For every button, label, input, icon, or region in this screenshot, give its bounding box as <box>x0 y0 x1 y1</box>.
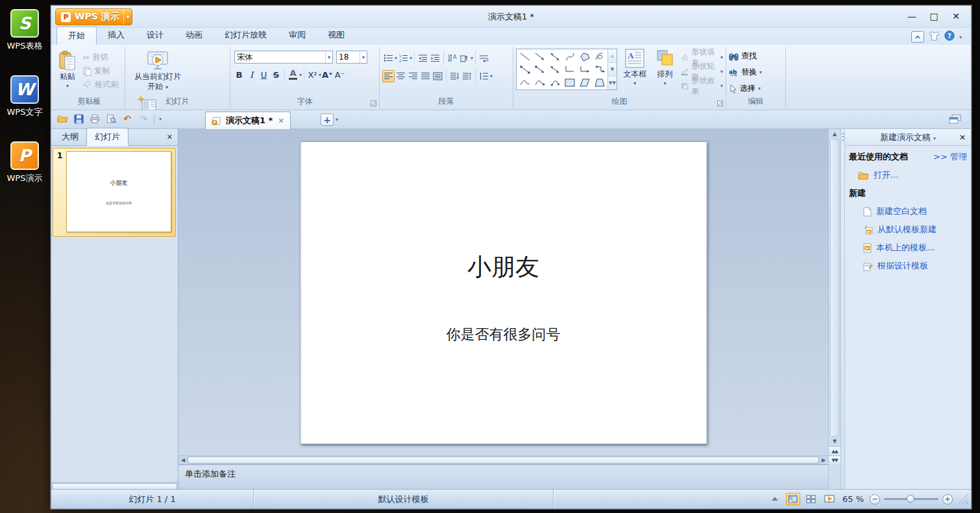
window-resize-grip[interactable] <box>958 494 968 505</box>
notes-area[interactable]: 单击添加备注 <box>178 464 828 490</box>
undo-button[interactable]: ↶ <box>121 113 133 125</box>
next-slide-button[interactable]: ▼▼ <box>829 455 840 464</box>
copy-button[interactable]: 复制 <box>83 65 118 77</box>
scroll-up-icon[interactable]: ▲ <box>829 129 840 139</box>
font-family-select[interactable]: 宋体▾ <box>234 51 333 64</box>
slide[interactable]: 小朋友 你是否有很多问号 <box>300 141 707 444</box>
play-from-current-slide-button[interactable]: 从当前幻灯片 开始 ▾ <box>128 49 188 93</box>
new-document-tab-button[interactable]: + <box>321 113 334 126</box>
select-dropdown-icon[interactable]: ▾ <box>758 86 761 91</box>
paste-dropdown-icon[interactable]: ▾ <box>66 83 69 89</box>
superscript-button[interactable]: X² <box>306 69 319 81</box>
zoom-out-button[interactable]: − <box>870 494 880 505</box>
replace-button[interactable]: ab 替换▾ <box>729 66 783 78</box>
font-color-button[interactable]: A <box>287 69 299 81</box>
increase-indent-button[interactable] <box>429 52 441 64</box>
underline-button[interactable]: U <box>258 69 270 81</box>
bullets-button[interactable] <box>382 52 395 64</box>
local-templates-link[interactable]: P 本机上的模板... <box>863 242 967 254</box>
new-from-default-template-link[interactable]: P 从默认模板新建 <box>863 224 967 235</box>
canvas-vertical-scrollbar[interactable]: ▲ ▼ ▲▲ ▼▼ <box>828 129 840 490</box>
open-file-button[interactable] <box>56 113 68 125</box>
shape-parallelogram[interactable] <box>577 76 592 89</box>
zoom-slider-thumb[interactable] <box>907 495 914 503</box>
tab-review[interactable]: 审阅 <box>278 27 317 45</box>
line-spacing-dropdown-icon[interactable]: ▾ <box>490 73 493 79</box>
previous-slide-button[interactable]: ▲▲ <box>829 446 840 455</box>
shape-curved-double-arrow-connector[interactable] <box>547 76 562 89</box>
minimize-button[interactable]: — <box>901 8 923 24</box>
vertical-scroll-track[interactable] <box>830 139 839 436</box>
text-direction-dropdown-icon[interactable]: ▾ <box>471 55 473 61</box>
shape-trapezoid[interactable] <box>592 76 607 89</box>
replace-dropdown-icon[interactable]: ▾ <box>759 69 762 75</box>
shape-line-connector[interactable] <box>517 63 532 76</box>
shape-curved-connector[interactable] <box>517 76 532 89</box>
new-blank-document-link[interactable]: 新建空白文档 <box>863 206 967 217</box>
text-direction-button[interactable] <box>458 52 471 64</box>
scroll-left-icon[interactable]: ◀ <box>178 456 188 464</box>
open-document-link[interactable]: 打开... <box>858 169 967 181</box>
normal-view-button[interactable] <box>786 493 800 505</box>
shape-double-arrow-connector[interactable] <box>547 63 562 76</box>
redo-button[interactable]: ↷ <box>138 113 149 125</box>
document-tab[interactable]: P 演示文稿1 * ✕ <box>205 112 291 129</box>
play-from-current-dropdown-icon[interactable]: ▾ <box>165 84 168 90</box>
distribute-text-button[interactable] <box>432 70 444 82</box>
more-options-dropdown-icon[interactable]: ▾ <box>959 34 962 40</box>
select-button[interactable]: 选择▾ <box>729 82 783 95</box>
shape-rectangle[interactable] <box>562 76 577 89</box>
save-button[interactable] <box>73 113 84 125</box>
align-center-button[interactable] <box>395 70 407 82</box>
shape-curve[interactable] <box>562 50 577 63</box>
strikethrough-button[interactable]: S <box>270 69 282 81</box>
statusbar-expand-icon[interactable] <box>768 493 782 505</box>
shape-gallery-more-button[interactable]: ▼▼ <box>608 77 617 89</box>
slideshow-view-button[interactable] <box>822 493 837 505</box>
slide-canvas[interactable]: 小朋友 你是否有很多问号 <box>178 129 828 455</box>
shape-arrow-connector[interactable] <box>532 63 547 76</box>
decrease-indent-button[interactable] <box>417 52 429 64</box>
find-button[interactable]: 查找 <box>729 50 783 62</box>
vertical-text-direction-button[interactable]: A <box>446 52 458 64</box>
close-panel-icon[interactable]: ✕ <box>167 133 173 141</box>
zoom-in-button[interactable]: + <box>942 494 953 505</box>
shape-gallery-scroll-up[interactable]: ▲ <box>608 49 617 63</box>
desktop-icon-wps-presentation[interactable]: P WPS演示 <box>4 141 45 184</box>
text-box-button[interactable]: A 文本框 ▾ <box>621 49 649 89</box>
maximize-button[interactable]: □ <box>923 8 945 24</box>
close-button[interactable]: ✕ <box>945 8 967 24</box>
tab-slideshow[interactable]: 幻灯片放映 <box>214 27 278 45</box>
slide-sorter-view-button[interactable] <box>804 493 818 505</box>
align-left-button[interactable] <box>382 70 395 82</box>
desktop-icon-wps-spreadsheets[interactable]: S WPS表格 <box>4 9 45 52</box>
shape-line[interactable] <box>517 50 532 63</box>
design-template-indicator[interactable]: 默认设计模板 <box>254 490 554 508</box>
task-pane-dropdown-icon[interactable]: ▾ <box>933 136 936 141</box>
collapse-ribbon-button[interactable] <box>911 31 924 43</box>
decrease-paragraph-spacing-button[interactable] <box>461 70 473 82</box>
shape-scribble[interactable] <box>592 50 607 63</box>
shape-elbow-double-arrow-connector[interactable] <box>592 63 607 76</box>
paste-button[interactable]: 粘贴 ▾ <box>56 49 79 91</box>
print-button[interactable] <box>89 113 101 125</box>
font-size-dropdown-icon[interactable]: ▾ <box>360 51 365 63</box>
shape-gallery-scroll-down[interactable]: ▼ <box>608 63 617 77</box>
line-spacing-button[interactable] <box>478 70 490 82</box>
bold-button[interactable]: B <box>233 69 245 81</box>
close-task-pane-icon[interactable]: ✕ <box>959 133 966 142</box>
task-pane-title[interactable]: 新建演示文稿 ▾ <box>845 132 971 143</box>
shape-curved-arrow-connector[interactable] <box>532 76 547 89</box>
arrange-dropdown-icon[interactable]: ▾ <box>663 80 666 87</box>
new-tab-dropdown-icon[interactable]: ▾ <box>336 117 338 123</box>
numbering-dropdown-icon[interactable]: ▾ <box>410 55 412 61</box>
desktop-icon-wps-writer[interactable]: W WPS文字 <box>4 75 45 118</box>
shape-effects-button[interactable]: 形状效果▾ <box>681 80 723 92</box>
shape-double-arrow[interactable] <box>547 50 562 63</box>
tab-animation[interactable]: 动画 <box>175 27 214 45</box>
text-box-dropdown-icon[interactable]: ▾ <box>633 80 636 87</box>
outline-tab[interactable]: 大纲 <box>54 128 86 145</box>
task-pane-splitter[interactable] <box>840 129 845 490</box>
shape-elbow-arrow-connector[interactable] <box>577 63 592 76</box>
format-painter-button[interactable]: 格式刷 <box>83 78 118 91</box>
